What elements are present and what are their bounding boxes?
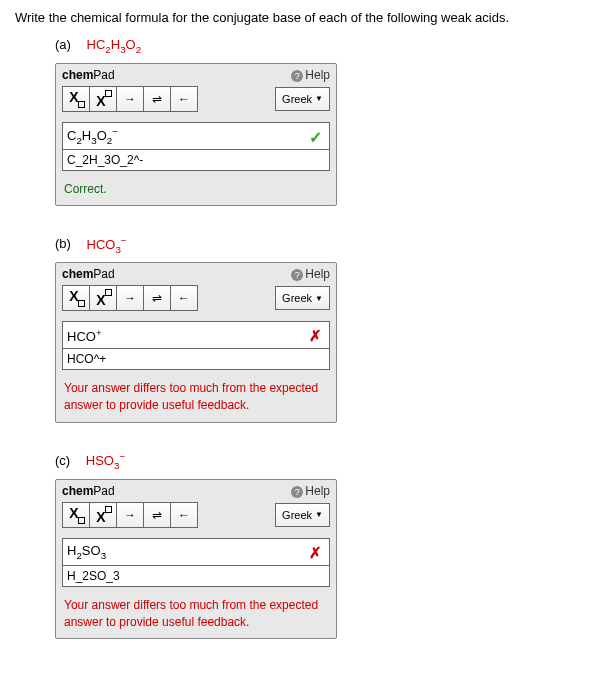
formula-display[interactable]: C2H3O2− ✓ <box>62 122 330 150</box>
help-icon: ? <box>291 486 303 498</box>
chevron-down-icon: ▼ <box>315 94 323 103</box>
x-icon: ✗ <box>309 544 322 561</box>
back-button[interactable]: ← <box>171 285 198 311</box>
chempad-widget: chemPad ?Help X X → ⇌ ← Greek▼ <box>55 262 337 423</box>
part-label: (c) <box>55 453 70 468</box>
arrow-button[interactable]: → <box>117 502 144 528</box>
arrow-button[interactable]: → <box>117 86 144 112</box>
chempad-title: chemPad <box>62 267 115 281</box>
superscript-box-icon <box>105 506 112 513</box>
back-button[interactable]: ← <box>171 502 198 528</box>
question-text: Write the chemical formula for the conju… <box>15 10 600 25</box>
arrow-button[interactable]: → <box>117 285 144 311</box>
help-icon: ? <box>291 269 303 281</box>
superscript-box-icon <box>105 289 112 296</box>
chempad-widget: chemPad ?Help X X → ⇌ ← Greek▼ <box>55 63 337 207</box>
check-icon: ✓ <box>309 129 322 146</box>
feedback-text: Your answer differs too much from the ex… <box>56 593 336 639</box>
superscript-button[interactable]: X <box>90 502 117 528</box>
raw-input[interactable]: H_2SO_3 <box>62 566 330 587</box>
chevron-down-icon: ▼ <box>315 510 323 519</box>
feedback-text: Your answer differs too much from the ex… <box>56 376 336 422</box>
x-icon: ✗ <box>309 327 322 344</box>
help-link[interactable]: ?Help <box>291 267 330 281</box>
feedback-text: Correct. <box>56 177 336 206</box>
help-icon: ? <box>291 70 303 82</box>
given-formula: HC2H3O2 <box>87 37 142 52</box>
chempad-title: chemPad <box>62 484 115 498</box>
given-formula: HSO3− <box>86 453 125 468</box>
subscript-button[interactable]: X <box>62 285 90 311</box>
greek-dropdown[interactable]: Greek▼ <box>275 87 330 111</box>
raw-input[interactable]: HCO^+ <box>62 349 330 370</box>
chempad-widget: chemPad ?Help X X → ⇌ ← Greek▼ <box>55 479 337 640</box>
equilibrium-button[interactable]: ⇌ <box>144 86 171 112</box>
subscript-button[interactable]: X <box>62 86 90 112</box>
formula-display[interactable]: HCO+ ✗ <box>62 321 330 349</box>
superscript-button[interactable]: X <box>90 285 117 311</box>
subscript-box-icon <box>78 300 85 307</box>
greek-dropdown[interactable]: Greek▼ <box>275 503 330 527</box>
chempad-title: chemPad <box>62 68 115 82</box>
subscript-box-icon <box>78 517 85 524</box>
part-label: (b) <box>55 237 71 252</box>
formula-display[interactable]: H2SO3 ✗ <box>62 538 330 566</box>
chevron-down-icon: ▼ <box>315 294 323 303</box>
help-link[interactable]: ?Help <box>291 68 330 82</box>
greek-dropdown[interactable]: Greek▼ <box>275 286 330 310</box>
subscript-button[interactable]: X <box>62 502 90 528</box>
equilibrium-button[interactable]: ⇌ <box>144 285 171 311</box>
back-button[interactable]: ← <box>171 86 198 112</box>
superscript-button[interactable]: X <box>90 86 117 112</box>
raw-input[interactable]: C_2H_3O_2^- <box>62 150 330 171</box>
given-formula: HCO3− <box>87 237 127 252</box>
equilibrium-button[interactable]: ⇌ <box>144 502 171 528</box>
superscript-box-icon <box>105 90 112 97</box>
part-label: (a) <box>55 37 71 52</box>
help-link[interactable]: ?Help <box>291 484 330 498</box>
subscript-box-icon <box>78 101 85 108</box>
